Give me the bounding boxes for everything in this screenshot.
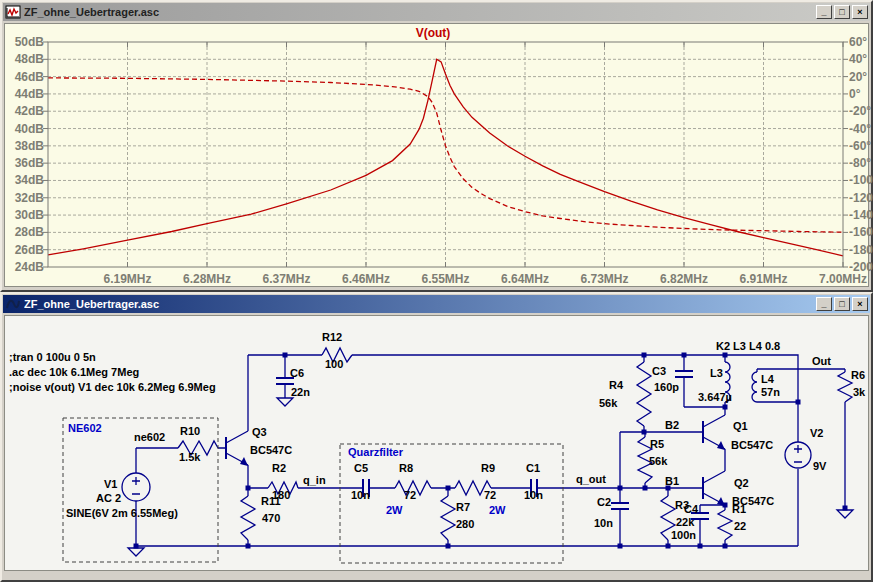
schematic-window-icon [5,297,21,311]
trace-title[interactable]: V(out) [348,26,518,40]
minimize-button[interactable]: _ [816,5,832,19]
minimize-button[interactable]: _ [816,297,832,311]
maximize-button[interactable]: □ [834,297,850,311]
plot-pane[interactable] [4,23,869,287]
plot-window-titlebar[interactable]: ZF_ohne_Uebertrager.asc _ □ × [3,3,870,21]
maximize-button[interactable]: □ [834,5,850,19]
plot-window-title: ZF_ohne_Uebertrager.asc [24,6,813,18]
close-button[interactable]: × [852,297,868,311]
schematic-window: ZF_ohne_Uebertrager.asc _ □ × [0,292,873,582]
waveform-window-icon [5,5,21,19]
close-button[interactable]: × [852,5,868,19]
schematic-window-title: ZF_ohne_Uebertrager.asc [24,298,813,310]
schematic-canvas[interactable] [4,315,869,571]
schematic-window-titlebar[interactable]: ZF_ohne_Uebertrager.asc _ □ × [3,295,870,313]
plot-window: ZF_ohne_Uebertrager.asc _ □ × [0,0,873,292]
desktop: ZF_ohne_Uebertrager.asc _ □ × ZF_ohne_Ue… [0,0,873,582]
